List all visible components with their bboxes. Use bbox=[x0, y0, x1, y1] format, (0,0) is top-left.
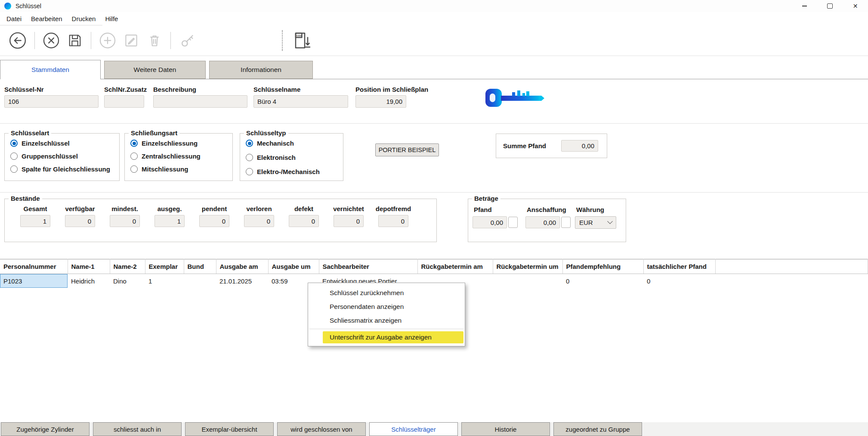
schlnr-zusatz-field[interactable] bbox=[104, 95, 144, 108]
save-button[interactable] bbox=[66, 31, 84, 50]
cell-pfandempfehlung[interactable]: 0 bbox=[562, 274, 643, 288]
stat-field[interactable] bbox=[20, 215, 50, 227]
tab-label: Informationen bbox=[241, 66, 281, 74]
stat-defekt: defekt bbox=[286, 205, 321, 227]
pfand-field[interactable] bbox=[473, 216, 507, 228]
key-tool-button[interactable] bbox=[178, 31, 198, 50]
cancel-button[interactable] bbox=[42, 31, 61, 50]
bottom-tab-zugehoerige-zylinder[interactable]: Zugehörige Zylinder bbox=[1, 422, 90, 436]
radio-mechanisch[interactable]: Mechanisch bbox=[246, 140, 294, 147]
schluessel-nr-field[interactable] bbox=[4, 95, 99, 108]
cell-name2[interactable]: Dino bbox=[110, 274, 145, 288]
edit-button[interactable] bbox=[122, 31, 140, 50]
beschreibung-field[interactable] bbox=[153, 95, 247, 108]
chevron-down-icon bbox=[607, 218, 613, 224]
radio-label: Spalte für Gleichschliessung bbox=[22, 165, 110, 173]
title-bar: Schlüssel ✕ bbox=[0, 0, 868, 12]
bottom-tab-zugeordnet-zu-gruppe[interactable]: zugeordnet zu Gruppe bbox=[553, 422, 642, 436]
anschaffung-field[interactable] bbox=[525, 216, 560, 228]
column-header-ausgabe-am[interactable]: Ausgabe am bbox=[216, 259, 268, 274]
column-header-pfandempfehlung[interactable]: Pfandempfehlung bbox=[562, 259, 643, 274]
radio-icon bbox=[246, 154, 253, 161]
column-header-personalnummer[interactable]: Personalnummer bbox=[0, 259, 68, 274]
radio-spalte-gleichschliessung[interactable]: Spalte für Gleichschliessung bbox=[10, 165, 110, 173]
bottom-tab-schluesseltraeger[interactable]: Schlüsselträger bbox=[369, 422, 458, 436]
anschaffung-label: Anschaffung bbox=[527, 206, 566, 213]
stat-gesamt: Gesamt bbox=[18, 205, 53, 227]
context-menu-item-schliessmatrix-anzeigen[interactable]: Schliessmatrix anzeigen bbox=[308, 314, 465, 327]
radio-gruppenschluessel[interactable]: Gruppenschlüssel bbox=[10, 153, 78, 160]
portier-beispiel-button[interactable]: PORTIER BEISPIEL bbox=[375, 143, 439, 156]
position-field[interactable] bbox=[355, 95, 406, 108]
bottom-tab-wird-geschlossen-von[interactable]: wird geschlossen von bbox=[277, 422, 366, 436]
radio-label: Elektro-/Mechanisch bbox=[257, 168, 320, 175]
stat-field[interactable] bbox=[334, 215, 364, 227]
back-button[interactable] bbox=[8, 31, 28, 50]
menu-datei[interactable]: Datei bbox=[2, 13, 26, 25]
stat-ausgeg: ausgeg. bbox=[152, 205, 187, 227]
minimize-icon bbox=[802, 6, 807, 6]
column-header-sachbearbeiter[interactable]: Sachbearbeiter bbox=[319, 259, 417, 274]
minimize-button[interactable] bbox=[792, 0, 817, 12]
column-header-ausgabe-um[interactable]: Ausgabe um bbox=[268, 259, 319, 274]
radio-einzelschluessel[interactable]: Einzelschlüssel bbox=[10, 140, 70, 147]
maximize-button[interactable] bbox=[817, 0, 843, 12]
cell-bund[interactable] bbox=[184, 274, 216, 288]
cell-exemplar[interactable]: 1 bbox=[145, 274, 184, 288]
menu-hilfe[interactable]: Hilfe bbox=[100, 13, 123, 25]
stat-field[interactable] bbox=[244, 215, 274, 227]
menu-bearbeiten[interactable]: Bearbeiten bbox=[26, 13, 67, 25]
stat-pendent: pendent bbox=[197, 205, 232, 227]
radio-elektronisch[interactable]: Elektronisch bbox=[246, 154, 296, 161]
radio-elektro-mechanisch[interactable]: Elektro-/Mechanisch bbox=[246, 168, 320, 175]
cell-personalnummer[interactable]: P1023 bbox=[0, 274, 68, 288]
column-header-name1[interactable]: Name-1 bbox=[68, 259, 110, 274]
stat-field[interactable] bbox=[199, 215, 229, 227]
context-menu: Schlüssel zurücknehmen Personendaten anz… bbox=[308, 283, 465, 346]
edit-icon bbox=[122, 31, 140, 50]
context-menu-item-unterschrift-anzeigen[interactable]: Unterschrift zur Ausgabe anzeigen bbox=[308, 330, 465, 344]
stat-field[interactable] bbox=[378, 215, 408, 227]
tab-stammdaten[interactable]: Stammdaten bbox=[0, 60, 101, 79]
add-button[interactable] bbox=[98, 31, 117, 50]
currency-value: EUR bbox=[579, 219, 593, 226]
currency-select[interactable]: EUR bbox=[575, 216, 616, 229]
stat-field[interactable] bbox=[289, 215, 319, 227]
column-header-exemplar[interactable]: Exemplar bbox=[145, 259, 184, 274]
tab-weitere-daten[interactable]: Weitere Daten bbox=[104, 61, 206, 79]
cell-name1[interactable]: Heidrich bbox=[68, 274, 110, 288]
group-title: Schlüsseltyp bbox=[244, 129, 288, 137]
radio-mitschliessung[interactable]: Mitschliessung bbox=[130, 165, 188, 173]
csv-export-button[interactable]: csv bbox=[291, 30, 312, 51]
context-menu-item-schluessel-zuruecknehmen[interactable]: Schlüssel zurücknehmen bbox=[308, 286, 465, 300]
stat-field[interactable] bbox=[154, 215, 185, 227]
stat-label: Gesamt bbox=[23, 205, 47, 212]
context-menu-item-personendaten-anzeigen[interactable]: Personendaten anzeigen bbox=[308, 300, 465, 314]
table-header-row: Personalnummer Name-1 Name-2 Exemplar Bu… bbox=[0, 259, 868, 274]
cell-tatsaechlicher-pfand[interactable]: 0 bbox=[643, 274, 715, 288]
tab-informationen[interactable]: Informationen bbox=[209, 61, 313, 79]
anschaffung-picker-button[interactable] bbox=[561, 217, 571, 228]
cancel-icon bbox=[42, 31, 61, 50]
radio-einzelschliessung[interactable]: Einzelschliessung bbox=[130, 140, 198, 147]
column-header-rueckgabetermin-am[interactable]: Rückgabetermin am bbox=[417, 259, 493, 274]
column-header-name2[interactable]: Name-2 bbox=[110, 259, 145, 274]
bottom-tab-schliesst-auch-in[interactable]: schliesst auch in bbox=[93, 422, 182, 436]
cell-rueckgabetermin-um[interactable] bbox=[493, 274, 562, 288]
stat-field[interactable] bbox=[110, 215, 140, 227]
cell-ausgabe-am[interactable]: 21.01.2025 bbox=[216, 274, 268, 288]
menu-drucken[interactable]: Drucken bbox=[67, 13, 101, 25]
radio-label: Gruppenschlüssel bbox=[22, 153, 78, 160]
summe-pfand-field[interactable] bbox=[561, 140, 598, 152]
stat-field[interactable] bbox=[65, 215, 95, 227]
schluesselname-field[interactable] bbox=[253, 95, 348, 108]
radio-zentralschliessung[interactable]: Zentralschliessung bbox=[130, 153, 201, 160]
bottom-tab-historie[interactable]: Historie bbox=[461, 422, 550, 436]
column-header-rueckgabetermin-um[interactable]: Rückgabetermin um bbox=[493, 259, 562, 274]
column-header-bund[interactable]: Bund bbox=[184, 259, 216, 274]
column-header-tatsaechlicher-pfand[interactable]: tatsächlicher Pfand bbox=[643, 259, 715, 274]
bottom-tab-exemplar-uebersicht[interactable]: Exemplar-übersicht bbox=[185, 422, 274, 436]
pfand-picker-button[interactable] bbox=[508, 217, 518, 228]
delete-button[interactable] bbox=[145, 31, 164, 50]
close-button[interactable]: ✕ bbox=[843, 0, 868, 12]
